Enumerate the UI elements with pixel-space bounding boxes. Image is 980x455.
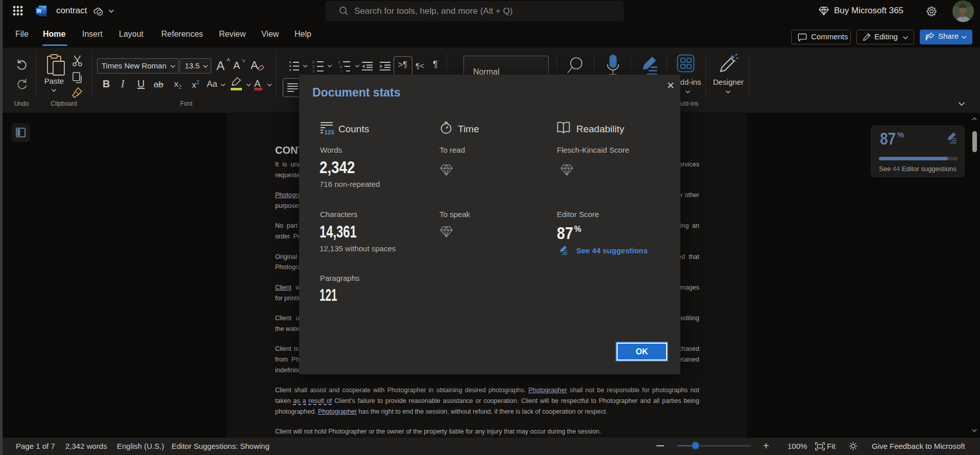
svg-text:3: 3 [312,69,314,73]
svg-text:W: W [37,8,42,14]
svg-text:a: a [340,65,342,68]
svg-text:123: 123 [325,129,334,135]
svg-text:i: i [341,69,342,73]
svg-text:1: 1 [312,60,314,64]
svg-text:2: 2 [312,65,314,68]
svg-text:1: 1 [338,60,340,64]
